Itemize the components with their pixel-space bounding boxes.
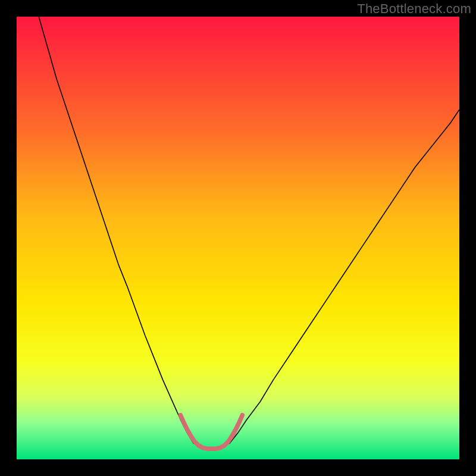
plot-area: [17, 17, 459, 459]
chart-frame: TheBottleneck.com: [0, 0, 476, 476]
bottleneck-chart-canvas: [17, 17, 459, 459]
watermark-text: TheBottleneck.com: [357, 1, 471, 17]
